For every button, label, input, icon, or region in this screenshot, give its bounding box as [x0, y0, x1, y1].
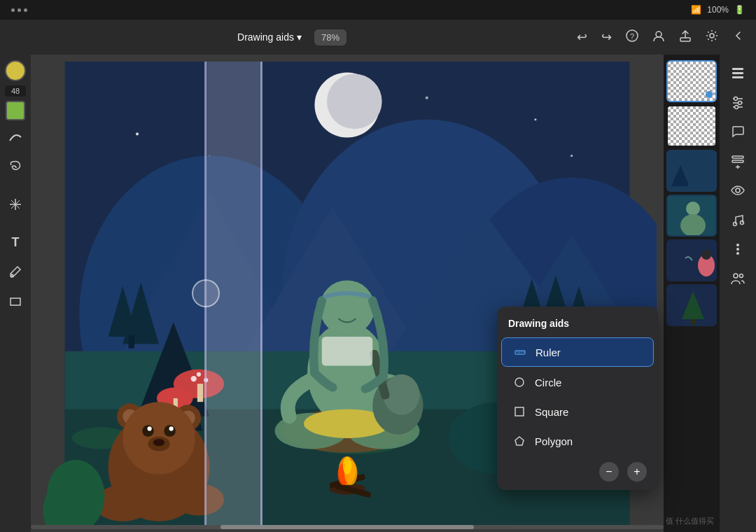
svg-rect-48	[322, 337, 372, 365]
layer-thumb-6[interactable]	[666, 284, 717, 326]
svg-rect-6	[10, 298, 20, 305]
polygon-option[interactable]: Polygon	[501, 427, 654, 455]
chevron-down-icon: ▾	[297, 31, 302, 43]
rectangle-tool[interactable]	[3, 288, 28, 314]
svg-point-70	[164, 425, 176, 437]
square-option[interactable]: Square	[501, 398, 654, 426]
share-button[interactable]	[676, 27, 694, 48]
primary-color-swatch[interactable]	[5, 60, 26, 81]
svg-point-72	[169, 426, 174, 430]
circle-label: Circle	[535, 377, 561, 388]
watermark: 值 什么值得买	[666, 516, 714, 526]
toolbar-center: Drawing aids ▾ 78%	[8, 27, 568, 47]
battery-icon: 🔋	[734, 5, 745, 15]
help-button[interactable]: ?	[623, 27, 641, 48]
svg-point-113	[701, 250, 711, 260]
adjustments-button[interactable]	[725, 90, 750, 115]
top-toolbar: Drawing aids ▾ 78% ↩ ↪ ?	[0, 20, 756, 55]
svg-point-122	[515, 378, 524, 386]
layers-panel	[664, 55, 720, 332]
drawing-aids-button[interactable]: Drawing aids ▾	[230, 27, 309, 47]
text-tool[interactable]: T	[3, 230, 28, 255]
brush-size[interactable]: 48	[5, 85, 26, 97]
svg-rect-57	[197, 384, 203, 402]
svg-point-11	[534, 118, 536, 120]
curve-tool[interactable]	[3, 125, 28, 150]
svg-rect-94	[732, 160, 743, 162]
undo-button[interactable]: ↩	[574, 27, 590, 48]
svg-point-74	[153, 439, 165, 446]
add-aid-button[interactable]: +	[627, 462, 647, 482]
transform-tool[interactable]	[3, 192, 28, 217]
comment-button[interactable]	[725, 119, 750, 144]
more-options-button[interactable]	[725, 237, 750, 262]
layers-button[interactable]	[725, 60, 750, 85]
remove-aid-button[interactable]: −	[599, 462, 619, 482]
svg-point-100	[736, 244, 739, 246]
svg-point-98	[734, 223, 737, 226]
svg-point-76	[174, 484, 224, 516]
svg-point-103	[734, 274, 738, 278]
profile-button[interactable]	[650, 27, 668, 48]
polygon-icon	[512, 434, 526, 448]
svg-rect-3	[680, 38, 690, 41]
svg-point-71	[148, 426, 152, 430]
people-button[interactable]	[725, 266, 750, 291]
layer-thumb-1[interactable]	[666, 60, 717, 102]
svg-point-88	[734, 97, 738, 101]
svg-point-4	[710, 34, 714, 38]
layer-dot-1	[706, 91, 713, 98]
svg-point-102	[736, 252, 739, 255]
svg-point-61	[204, 378, 208, 382]
circle-option[interactable]: Circle	[501, 368, 654, 396]
music-button[interactable]	[725, 207, 750, 232]
drawing-aids-title: Drawing aids	[497, 312, 658, 336]
svg-point-104	[740, 274, 743, 278]
left-toolbar: 48 T	[0, 55, 31, 532]
add-layer-button[interactable]	[725, 148, 750, 174]
svg-point-101	[736, 248, 739, 251]
svg-marker-124	[515, 437, 524, 445]
redo-button[interactable]: ↪	[598, 27, 615, 48]
svg-text:?: ?	[630, 31, 634, 40]
square-icon	[512, 405, 526, 419]
svg-point-12	[426, 97, 428, 99]
scrollbar-thumb[interactable]	[220, 525, 474, 529]
settings-button[interactable]	[703, 27, 721, 48]
layer-thumb-5[interactable]	[666, 239, 717, 281]
secondary-color-swatch[interactable]	[6, 101, 25, 120]
svg-rect-84	[732, 68, 743, 70]
layer-thumb-3[interactable]	[666, 150, 717, 192]
eyedropper-tool[interactable]	[3, 259, 28, 284]
svg-rect-123	[515, 407, 524, 416]
polygon-label: Polygon	[535, 435, 573, 447]
svg-point-69	[142, 425, 154, 437]
svg-point-97	[736, 188, 740, 192]
collapse-button[interactable]	[729, 27, 748, 48]
svg-point-92	[735, 106, 738, 109]
lasso-tool[interactable]	[3, 154, 28, 179]
svg-point-10	[136, 132, 139, 135]
svg-point-62	[197, 372, 201, 377]
eye-button[interactable]	[725, 178, 750, 203]
svg-point-9	[327, 74, 382, 130]
svg-rect-86	[732, 76, 743, 78]
status-bar: 📶 100% 🔋	[0, 0, 756, 20]
drawing-aids-dropdown: Drawing aids Ruler Circle	[497, 307, 658, 490]
battery-label: 100%	[707, 5, 729, 15]
layer-thumb-2[interactable]	[666, 105, 717, 147]
zoom-level[interactable]: 78%	[314, 29, 346, 46]
svg-point-109	[686, 202, 700, 216]
ruler-circle-handle[interactable]	[192, 279, 220, 307]
svg-rect-85	[732, 72, 743, 74]
layer-thumb-4[interactable]	[666, 195, 717, 237]
svg-point-47	[320, 280, 375, 335]
svg-point-2	[656, 31, 662, 37]
wifi-icon: 📶	[691, 5, 701, 15]
dropdown-footer: − +	[497, 456, 658, 484]
right-toolbar	[720, 55, 756, 532]
ruler-option[interactable]: Ruler	[501, 337, 654, 367]
bottom-scrollbar[interactable]	[31, 525, 664, 529]
watermark-text: 值 什么值得买	[666, 517, 714, 525]
svg-point-55	[343, 457, 351, 475]
